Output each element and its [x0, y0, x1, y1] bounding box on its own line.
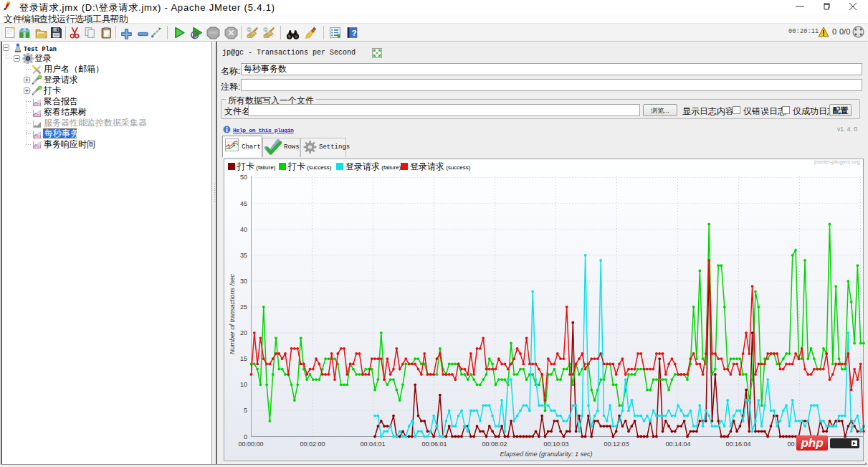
svg-text:?: ?	[351, 28, 356, 37]
